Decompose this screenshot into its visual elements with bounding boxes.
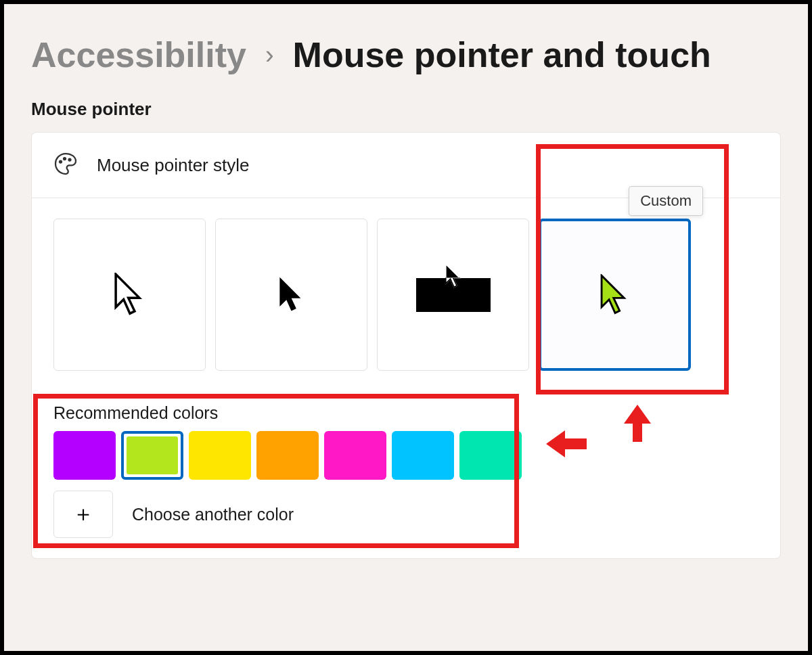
- color-swatch-yellow[interactable]: [189, 431, 251, 480]
- svg-point-1: [64, 158, 66, 160]
- color-swatch-teal[interactable]: [459, 431, 522, 480]
- pointer-style-custom[interactable]: [539, 219, 691, 371]
- color-swatch-orange[interactable]: [256, 431, 319, 480]
- annotation-arrow-left: [546, 428, 590, 462]
- breadcrumb-current: Mouse pointer and touch: [293, 35, 711, 75]
- svg-point-2: [69, 159, 71, 161]
- breadcrumb-parent[interactable]: Accessibility: [31, 35, 246, 75]
- svg-point-0: [60, 161, 62, 163]
- annotation-arrow-up: [621, 405, 654, 448]
- custom-tooltip: Custom: [629, 186, 703, 216]
- pointer-style-white[interactable]: [53, 219, 206, 371]
- recommended-colors-section: Recommended colors ＋ Choose another colo…: [32, 391, 780, 558]
- color-swatch-lime[interactable]: [121, 431, 183, 480]
- choose-another-color-button[interactable]: ＋: [53, 491, 113, 538]
- choose-another-row: ＋ Choose another color: [53, 491, 759, 538]
- color-swatch-cyan[interactable]: [392, 431, 454, 480]
- chevron-right-icon: ›: [265, 41, 274, 70]
- color-swatch-purple[interactable]: [53, 431, 116, 480]
- pointer-style-inverted[interactable]: [377, 219, 529, 371]
- section-title: Mouse pointer: [31, 99, 781, 120]
- color-swatch-magenta[interactable]: [324, 431, 386, 480]
- choose-another-color-label: Choose another color: [132, 505, 294, 524]
- pointer-style-black[interactable]: [215, 219, 367, 371]
- breadcrumb: Accessibility › Mouse pointer and touch: [31, 35, 781, 75]
- mouse-pointer-card: Mouse pointer style: [31, 132, 781, 559]
- palette-icon: [53, 152, 78, 179]
- pointer-style-options: Custom: [32, 198, 780, 391]
- mouse-pointer-style-label: Mouse pointer style: [97, 155, 249, 176]
- plus-icon: ＋: [72, 499, 94, 529]
